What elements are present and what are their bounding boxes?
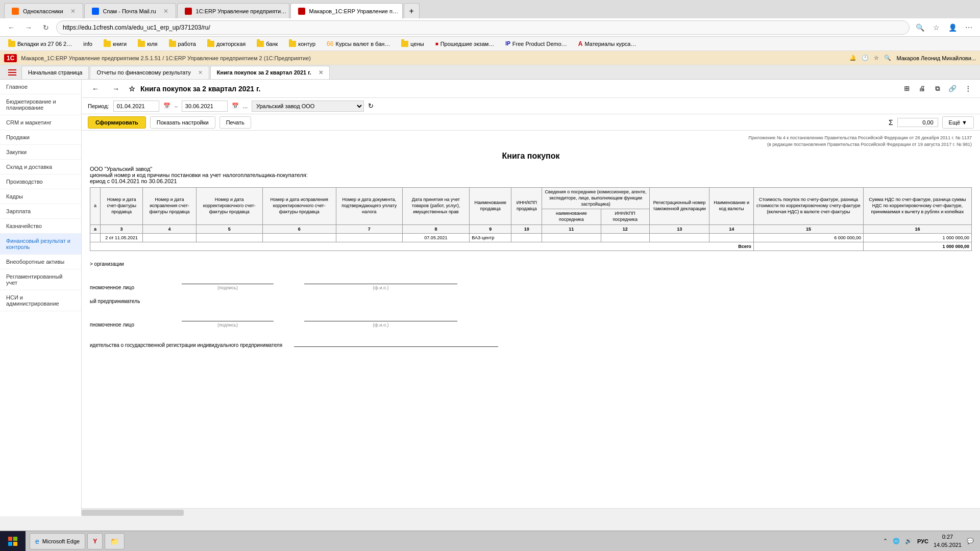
sidebar-item-purchases[interactable]: Закупки: [0, 145, 81, 160]
search-app-icon[interactable]: 🔍: [884, 55, 891, 61]
bookmark-label-kursy: Курсы валют в бан…: [335, 41, 390, 47]
network-icon[interactable]: 🌐: [893, 538, 900, 544]
bookmark-materialy[interactable]: A Материалы курса…: [574, 39, 641, 48]
star-icon[interactable]: ☆: [874, 55, 879, 61]
sidebar-item-treasury[interactable]: Казначейство: [0, 219, 81, 234]
taskbar-item-explorer[interactable]: 📁: [105, 533, 125, 549]
tab-mail[interactable]: Спам - Почта Mail.ru ✕: [84, 3, 176, 18]
sidebar-toggle[interactable]: [4, 65, 20, 80]
bookmark-free-product[interactable]: IP Free Product Demo…: [501, 40, 571, 48]
sig-name1-label: (ф.и.о.): [373, 285, 389, 290]
notifications-icon[interactable]: 🔔: [849, 55, 856, 61]
tab-makarov[interactable]: Макаров_1С:ERP Управление п… ✕: [290, 3, 403, 18]
sidebar-item-warehouse[interactable]: Склад и доставка: [0, 160, 81, 174]
sidebar-item-salary[interactable]: Зарплата: [0, 204, 81, 219]
sidebar-item-nsi[interactable]: НСИ и администрирование: [0, 290, 81, 311]
taskbar-item-edge[interactable]: e Microsoft Edge: [30, 533, 85, 549]
svg-rect-1: [13, 537, 17, 541]
taskbar-item-yandex[interactable]: Y: [87, 533, 103, 549]
scrollbar-thumb[interactable]: [82, 510, 184, 516]
col-num-6: 6: [262, 224, 336, 233]
app-tab-financial-close[interactable]: ✕: [198, 69, 203, 76]
bookmark-yulia[interactable]: юля: [134, 40, 161, 48]
table-header-col15: Стоимость покупок по счету-фактуре, разн…: [753, 188, 863, 224]
bookmark-tseny[interactable]: цены: [397, 40, 428, 48]
forward-button[interactable]: →: [21, 20, 36, 35]
sidebar-item-crm[interactable]: CRM и маркетинг: [0, 115, 81, 130]
favorites-icon[interactable]: ☆: [929, 20, 943, 35]
star-bookmark-icon[interactable]: ☆: [129, 85, 135, 93]
tab-close-mail[interactable]: ✕: [163, 8, 168, 15]
tab-1c-erp[interactable]: 1С:ERP Управление предприяти… ✕: [177, 3, 289, 18]
sidebar-item-sales[interactable]: Продажи: [0, 130, 81, 145]
tray-arrow-icon[interactable]: ⌃: [883, 538, 888, 544]
organization-select[interactable]: Уральский завод ООО: [252, 101, 364, 112]
back-button[interactable]: ←: [4, 20, 18, 35]
table-header-col10: ИНН/КПП продавца: [511, 188, 542, 224]
data-col16: 1 000 000,00: [863, 233, 971, 242]
bookmark-info[interactable]: info: [79, 40, 96, 48]
period-extra-icon[interactable]: ...: [243, 103, 248, 109]
link-icon[interactable]: 🔗: [946, 83, 959, 95]
app-tab-purchase-book[interactable]: Книга покупок за 2 квартал 2021 г. ✕: [210, 66, 330, 79]
bookmark-folder-icon-rabota: [169, 41, 176, 47]
url-bar[interactable]: [56, 20, 910, 35]
grid-view-icon[interactable]: ⊞: [900, 83, 913, 95]
form-button[interactable]: Сформировать: [88, 116, 146, 129]
settings-button[interactable]: Показать настройки: [150, 116, 215, 129]
bookmark-kursy[interactable]: 66 Курсы валют в бан…: [323, 39, 394, 48]
bookmark-doktorskaya[interactable]: докторская: [203, 40, 250, 48]
tab-odnoklassniki[interactable]: Одноклассники ✕: [4, 3, 83, 18]
start-button[interactable]: [0, 531, 26, 552]
sidebar-item-production[interactable]: Производство: [0, 174, 81, 189]
app-tab-purchase-close[interactable]: ✕: [318, 69, 323, 76]
sig-reg-label: идетельства о государственной регистраци…: [90, 336, 972, 348]
more-options-icon[interactable]: ⋮: [962, 83, 974, 95]
calendar-from-icon[interactable]: 📅: [163, 103, 170, 109]
volume-icon[interactable]: 🔊: [905, 538, 912, 544]
notifications-tray-icon[interactable]: 💬: [967, 538, 974, 544]
period-from-input[interactable]: [113, 101, 159, 112]
period-to-input[interactable]: [182, 101, 228, 112]
bookmark-knigi[interactable]: книги: [100, 40, 131, 48]
org-refresh-icon[interactable]: ↻: [368, 102, 374, 110]
menu-icon[interactable]: ⋯: [962, 20, 976, 35]
app-tab-financial-reports[interactable]: Отчеты по финансовому результату ✕: [90, 66, 209, 79]
refresh-button[interactable]: ↻: [39, 20, 53, 35]
more-button[interactable]: Ещё ▼: [942, 116, 974, 129]
table-header-col11: наименование посредника: [542, 209, 601, 224]
sidebar-item-financial[interactable]: Финансовый результат и контроль: [0, 234, 81, 255]
copy-icon[interactable]: ⧉: [931, 83, 943, 95]
bookmark-vkladki[interactable]: Вкладки из 27 06 2…: [4, 40, 76, 48]
sidebar-item-budget[interactable]: Бюджетирование и планирование: [0, 94, 81, 115]
signature-area: > организации пномоченное лицо (подпись)…: [90, 261, 972, 348]
app-tab-home[interactable]: Начальная страница: [21, 66, 89, 79]
col-num-12: 12: [601, 224, 649, 233]
bookmark-rabota[interactable]: работа: [165, 40, 200, 48]
forward-doc-btn[interactable]: →: [108, 83, 124, 95]
1c-app: 1С Макаров_1С:ERP Управление предприятие…: [0, 51, 980, 531]
sum-sigma-icon: Σ: [889, 118, 893, 127]
sidebar-item-fixed-assets[interactable]: Внеоборотные активы: [0, 255, 81, 269]
bookmark-label-rabota: работа: [178, 41, 196, 47]
calendar-to-icon[interactable]: 📅: [232, 103, 239, 109]
col-num-9: 9: [470, 224, 511, 233]
bookmark-kontur[interactable]: контур: [285, 40, 320, 48]
print-button[interactable]: Печать: [219, 116, 251, 129]
profile-icon[interactable]: 👤: [945, 20, 960, 35]
taskbar-clock[interactable]: 0:27 14.05.2021: [934, 533, 962, 549]
sidebar-item-main[interactable]: Главное: [0, 80, 81, 94]
sidebar-item-hr[interactable]: Кадры: [0, 189, 81, 204]
history-icon[interactable]: 🕐: [862, 55, 869, 61]
bookmark-proshedshie[interactable]: ■ Прошедшие экзам…: [431, 40, 499, 48]
print-doc-icon[interactable]: 🖨: [916, 83, 928, 95]
back-doc-btn[interactable]: ←: [88, 83, 103, 95]
sidebar-item-regulated[interactable]: Регламентированный учет: [0, 269, 81, 290]
tab-close-odnoklassniki[interactable]: ✕: [70, 8, 76, 15]
new-tab-btn[interactable]: +: [404, 3, 420, 18]
doc-area[interactable]: Приложение № 4 к постановлению Правитель…: [82, 131, 980, 508]
horizontal-scrollbar[interactable]: [82, 508, 980, 516]
period-separator: –: [175, 103, 178, 109]
bookmark-bank[interactable]: банк: [253, 40, 282, 48]
search-icon[interactable]: 🔍: [913, 20, 927, 35]
